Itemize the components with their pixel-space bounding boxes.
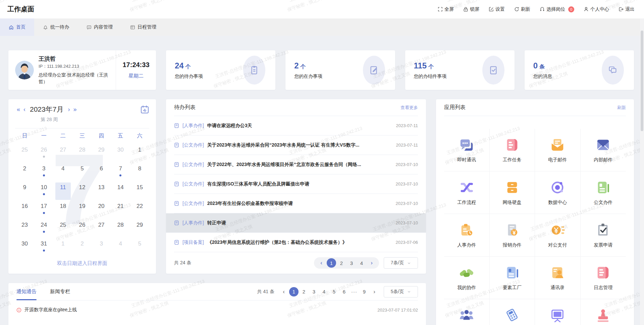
calendar-day[interactable]: 11	[55, 182, 71, 200]
calendar-day[interactable]: 28	[113, 220, 128, 237]
calendar-day[interactable]: 17	[36, 201, 52, 219]
page-button[interactable]: 3	[309, 287, 319, 296]
stat-card-3[interactable]: 115个您的办结件事项	[405, 50, 515, 90]
app-item[interactable]: 工作任务	[490, 129, 535, 171]
stat-card-1[interactable]: 24个您的待办事项	[166, 50, 275, 90]
page-button[interactable]: 6	[339, 287, 349, 296]
calendar-day[interactable]: 15	[132, 182, 147, 200]
page-button[interactable]: 4	[319, 287, 329, 296]
calendar-day[interactable]: 6	[94, 164, 109, 181]
select-post-button[interactable]: 选择岗位0	[540, 6, 574, 12]
nav-tab-2[interactable]: 统一待办	[34, 18, 78, 36]
todo-item[interactable]: [人事办件]申请在家远程办公3天2023-07-11	[174, 116, 418, 136]
calendar-day[interactable]: 12	[74, 182, 90, 200]
app-item[interactable]	[444, 299, 490, 325]
app-item[interactable]: 数据中心	[535, 171, 581, 214]
page-button[interactable]: 5	[329, 287, 339, 296]
app-item[interactable]	[581, 299, 626, 325]
calendar-day[interactable]: 13	[94, 182, 109, 200]
calendar-day[interactable]: 4	[113, 239, 128, 256]
calendar-day[interactable]: 26	[74, 220, 90, 237]
calendar-day[interactable]: 31	[36, 239, 52, 256]
todo-item[interactable]: [项目备案]《2023年局信息系统运行维护（第2包：基础办公系统技术服务）》20…	[174, 233, 418, 252]
refresh-button[interactable]: 刷新	[514, 6, 530, 12]
calendar-day[interactable]: 23	[17, 220, 33, 237]
calendar-day[interactable]: 2	[17, 164, 33, 181]
calendar-day[interactable]: 9	[17, 182, 33, 200]
todo-item[interactable]: [人事办件]转正申请2023-07-10	[166, 213, 426, 233]
calendar-day[interactable]: 25	[17, 145, 33, 162]
app-item[interactable]: 日志管理	[581, 257, 626, 299]
app-list-refresh-link[interactable]: 刷新	[617, 105, 626, 111]
next-page-button[interactable]: ›	[370, 287, 379, 296]
next-year-button[interactable]: »	[71, 106, 78, 112]
app-item[interactable]: 工作流程	[444, 171, 490, 214]
app-item[interactable]: 要素工厂	[490, 257, 535, 299]
todo-item[interactable]: [公文办件]关于2023年水务运维外采合同“2023年水务局统一认证 有生博大V…	[174, 136, 418, 155]
app-item[interactable]: 报销办件	[490, 214, 535, 257]
prev-page-button[interactable]: ‹	[317, 258, 326, 268]
calendar-day[interactable]: 30	[17, 239, 33, 256]
next-month-button[interactable]: ›	[66, 106, 71, 112]
today-icon[interactable]: 今	[140, 105, 149, 114]
calendar-day[interactable]: 18	[55, 201, 71, 219]
calendar-day[interactable]: 16	[17, 201, 33, 219]
nav-tab-3[interactable]: 内容管理	[78, 18, 121, 36]
app-item[interactable]: 网络硬盘	[490, 171, 535, 214]
calendar-day[interactable]: 14	[113, 182, 128, 200]
todo-item[interactable]: [公文办件]2023年有生社保公积金基数申报审核申请2023-07-10	[174, 194, 418, 213]
personal-center-button[interactable]: 个人中心	[584, 6, 609, 12]
notice-tab-2[interactable]: 新闻专栏	[50, 283, 70, 300]
page-button[interactable]: 1	[327, 258, 336, 268]
page-button[interactable]: 1	[289, 287, 299, 296]
app-item[interactable]: 公文办件	[581, 171, 626, 214]
fullscreen-button[interactable]: 全屏	[438, 6, 454, 12]
calendar-day[interactable]: 25	[55, 220, 71, 237]
calendar-day[interactable]: 21	[113, 201, 128, 219]
app-item[interactable]: 通讯录	[535, 257, 581, 299]
settings-button[interactable]: 设置	[489, 6, 505, 12]
notice-tab-1[interactable]: 通知通告	[16, 283, 37, 300]
calendar-day[interactable]: 5	[132, 239, 147, 256]
calendar-day[interactable]: 8	[132, 164, 147, 181]
todo-item[interactable]: [公文办件]有生深境ISO三体系年审人员配合及牌匾借出申请2023-07-10	[174, 174, 418, 194]
page-button[interactable]: 2	[337, 258, 346, 268]
calendar-schedule-link[interactable]: 双击日期进入日程界面	[15, 260, 149, 267]
calendar-day[interactable]: 2	[74, 239, 90, 256]
prev-year-button[interactable]: «	[15, 106, 22, 112]
calendar-day[interactable]: 29	[94, 145, 109, 162]
calendar-day[interactable]: 24	[36, 220, 52, 237]
app-item[interactable]: 电子邮件	[535, 129, 581, 171]
calendar-day[interactable]: 29	[132, 220, 147, 237]
calendar-day[interactable]: 26	[36, 145, 52, 162]
page-button[interactable]: 2	[299, 287, 309, 296]
app-item[interactable]: 人事办件	[444, 214, 490, 257]
notices-page-size-select[interactable]: 5条/页	[384, 286, 418, 297]
app-item[interactable]: 即时通讯	[444, 129, 490, 171]
app-item[interactable]: 我的协作	[444, 257, 490, 299]
next-page-button[interactable]: ›	[367, 258, 376, 268]
calendar-day[interactable]: 5	[74, 164, 90, 181]
calendar-day[interactable]: 22	[132, 201, 147, 219]
calendar-day[interactable]: 7	[113, 164, 128, 181]
app-item[interactable]: 内部邮件	[581, 129, 626, 171]
calendar-day[interactable]: 1	[132, 145, 147, 162]
page-button[interactable]: 4	[357, 258, 366, 268]
todo-item[interactable]: [公文办件]关于2022年、2023年水务局运维项目外采“北京市政务云服务合同（…	[174, 155, 418, 174]
exit-button[interactable]: 退出	[619, 6, 635, 12]
page-button[interactable]: 9	[360, 287, 369, 296]
calendar-day[interactable]: 27	[55, 145, 71, 162]
calendar-day[interactable]: 30	[113, 145, 128, 162]
page-button[interactable]: 3	[347, 258, 356, 268]
app-item[interactable]	[535, 299, 581, 325]
calendar-day[interactable]: 1	[55, 239, 71, 256]
calendar-day[interactable]: 28	[74, 145, 90, 162]
calendar-day[interactable]: 4	[55, 164, 71, 181]
calendar-day[interactable]: 10	[36, 182, 52, 200]
page-scrollbar[interactable]	[640, 18, 644, 325]
calendar-day[interactable]: 27	[94, 220, 109, 237]
calendar-day[interactable]: 20	[94, 201, 109, 219]
app-item[interactable]: 发票申请	[581, 214, 626, 257]
prev-month-button[interactable]: ‹	[22, 106, 27, 112]
prev-page-button[interactable]: ‹	[279, 287, 288, 296]
